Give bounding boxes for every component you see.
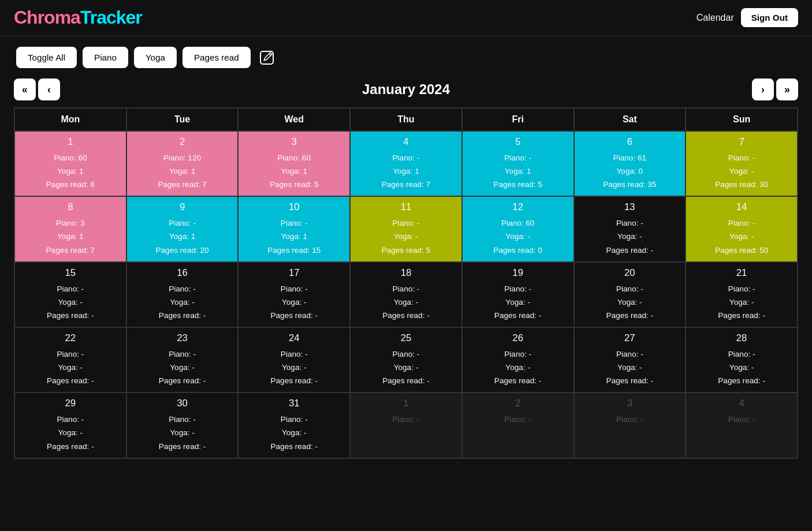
table-row[interactable]: 22Piano: -Yoga: -Pages read: - xyxy=(14,327,126,392)
table-row[interactable]: 10Piano: -Yoga: 1Pages read: 15 xyxy=(238,196,350,261)
next-button[interactable]: › xyxy=(752,78,774,100)
table-row[interactable]: 12Piano: 60Yoga: -Pages read: 0 xyxy=(462,196,574,261)
table-row[interactable]: 2Piano: 120Yoga: 1Pages read: 7 xyxy=(126,131,239,196)
table-row[interactable]: 3Piano: 60Yoga: 1Pages read: 5 xyxy=(238,131,350,196)
calendar-header-row: Mon Tue Wed Thu Fri Sat Sun xyxy=(14,108,798,131)
table-row[interactable]: 20Piano: -Yoga: -Pages read: - xyxy=(574,262,686,327)
sign-out-button[interactable]: Sign Out xyxy=(741,8,798,27)
table-row[interactable]: 26Piano: -Yoga: -Pages read: - xyxy=(462,327,574,392)
calendar-table: Mon Tue Wed Thu Fri Sat Sun 1Piano: 60Yo… xyxy=(14,107,798,459)
table-row[interactable]: 4Piano: -Yoga: 1Pages read: 7 xyxy=(350,131,462,196)
logo: ChromaTracker xyxy=(14,7,142,28)
table-row[interactable]: 3Piano: - xyxy=(574,392,686,458)
edit-icon[interactable] xyxy=(256,47,277,68)
col-tue: Tue xyxy=(126,108,239,131)
table-row[interactable]: 8Piano: 3Yoga: 1Pages read: 7 xyxy=(14,196,126,261)
table-row[interactable]: 9Piano: -Yoga: 1Pages read: 20 xyxy=(126,196,239,261)
table-row[interactable]: 27Piano: -Yoga: -Pages read: - xyxy=(574,327,686,392)
month-nav: « ‹ January 2024 › » xyxy=(14,74,798,107)
calendar-container: « ‹ January 2024 › » Mon Tue Wed Thu Fri… xyxy=(0,74,812,473)
calendar-week-1: 1Piano: 60Yoga: 1Pages read: 62Piano: 12… xyxy=(14,131,798,196)
table-row[interactable]: 25Piano: -Yoga: -Pages read: - xyxy=(350,327,462,392)
col-wed: Wed xyxy=(238,108,350,131)
table-row[interactable]: 17Piano: -Yoga: -Pages read: - xyxy=(238,262,350,327)
table-row[interactable]: 14Piano: -Yoga: -Pages read: 50 xyxy=(686,196,798,261)
table-row[interactable]: 31Piano: -Yoga: -Pages read: - xyxy=(238,392,350,458)
calendar-week-4: 22Piano: -Yoga: -Pages read: -23Piano: -… xyxy=(14,327,798,392)
table-row[interactable]: 21Piano: -Yoga: -Pages read: - xyxy=(686,262,798,327)
col-sun: Sun xyxy=(686,108,798,131)
piano-button[interactable]: Piano xyxy=(83,47,128,68)
calendar-link[interactable]: Calendar xyxy=(696,13,734,23)
calendar-week-2: 8Piano: 3Yoga: 1Pages read: 79Piano: -Yo… xyxy=(14,196,798,261)
table-row[interactable]: 16Piano: -Yoga: -Pages read: - xyxy=(126,262,239,327)
table-row[interactable]: 11Piano: -Yoga: -Pages read: 5 xyxy=(350,196,462,261)
table-row[interactable]: 5Piano: -Yoga: 1Pages read: 5 xyxy=(462,131,574,196)
table-row[interactable]: 28Piano: -Yoga: -Pages read: - xyxy=(686,327,798,392)
calendar-week-3: 15Piano: -Yoga: -Pages read: -16Piano: -… xyxy=(14,262,798,327)
logo-chroma: Chroma xyxy=(14,7,80,28)
prev-prev-button[interactable]: « xyxy=(14,78,36,100)
table-row[interactable]: 24Piano: -Yoga: -Pages read: - xyxy=(238,327,350,392)
table-row[interactable]: 6Piano: 61Yoga: 0Pages read: 35 xyxy=(574,131,686,196)
toggle-all-button[interactable]: Toggle All xyxy=(16,47,77,68)
table-row[interactable]: 13Piano: -Yoga: -Pages read: - xyxy=(574,196,686,261)
table-row[interactable]: 19Piano: -Yoga: -Pages read: - xyxy=(462,262,574,327)
table-row[interactable]: 1Piano: - xyxy=(350,392,462,458)
table-row[interactable]: 1Piano: 60Yoga: 1Pages read: 6 xyxy=(14,131,126,196)
next-next-button[interactable]: » xyxy=(776,78,798,100)
col-thu: Thu xyxy=(350,108,462,131)
calendar-week-5: 29Piano: -Yoga: -Pages read: -30Piano: -… xyxy=(14,392,798,458)
col-fri: Fri xyxy=(462,108,574,131)
table-row[interactable]: 18Piano: -Yoga: -Pages read: - xyxy=(350,262,462,327)
table-row[interactable]: 15Piano: -Yoga: -Pages read: - xyxy=(14,262,126,327)
table-row[interactable]: 2Piano: - xyxy=(462,392,574,458)
table-row[interactable]: 4Piano: - xyxy=(686,392,798,458)
header-right: Calendar Sign Out xyxy=(696,8,798,27)
table-row[interactable]: 23Piano: -Yoga: -Pages read: - xyxy=(126,327,239,392)
prev-button[interactable]: ‹ xyxy=(38,78,60,100)
table-row[interactable]: 29Piano: -Yoga: -Pages read: - xyxy=(14,392,126,458)
table-row[interactable]: 30Piano: -Yoga: -Pages read: - xyxy=(126,392,239,458)
toolbar: Toggle All Piano Yoga Pages read xyxy=(0,36,812,74)
nav-left: « ‹ xyxy=(14,78,60,100)
col-mon: Mon xyxy=(14,108,126,131)
header: ChromaTracker Calendar Sign Out xyxy=(0,0,812,36)
nav-right: › » xyxy=(752,78,798,100)
logo-tracker: Tracker xyxy=(80,7,142,28)
month-title: January 2024 xyxy=(60,81,752,98)
pages-read-button[interactable]: Pages read xyxy=(182,47,251,68)
col-sat: Sat xyxy=(574,108,686,131)
table-row[interactable]: 7Piano: -Yoga: -Pages read: 30 xyxy=(686,131,798,196)
yoga-button[interactable]: Yoga xyxy=(134,47,177,68)
